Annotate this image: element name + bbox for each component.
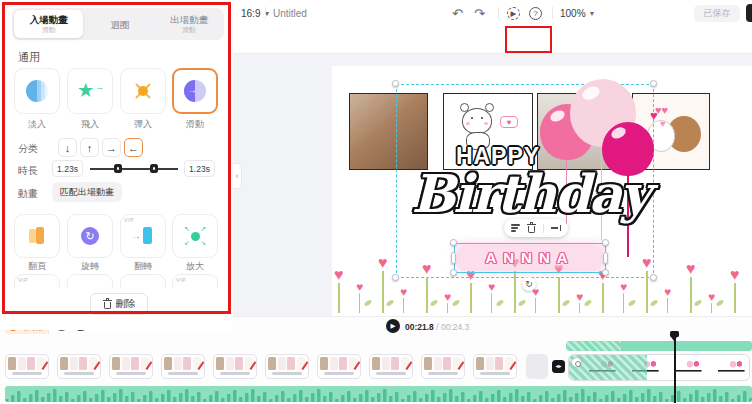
timeline-clip[interactable] [265, 354, 309, 379]
timeline-clip[interactable] [421, 354, 465, 379]
canvas[interactable]: ♥ ♥♥ ♥ ♥ HAPPY Birthday AN [332, 66, 752, 316]
animation-option-zoom[interactable]: ↖↗↙↘ [172, 214, 218, 258]
panel-footer: 刪除 [2, 288, 231, 330]
divider [552, 7, 553, 19]
fade-in-icon [26, 80, 48, 102]
timeline-clip[interactable] [473, 354, 517, 379]
clip-thumbnail [712, 358, 750, 379]
fly-in-icon: ★→ [78, 80, 102, 102]
text-element-track[interactable] [566, 341, 752, 351]
zoom-level-select[interactable]: 100%▼ [560, 0, 596, 26]
selection-handle[interactable] [650, 80, 657, 87]
heart-flower: ♥ [576, 291, 583, 313]
tab-enter-sub: 滑動 [42, 26, 56, 34]
timeline-clip[interactable] [109, 354, 153, 379]
heart-flower: ♥ [642, 255, 652, 313]
selection-handle[interactable] [450, 269, 457, 276]
project-title[interactable]: Untitled [273, 0, 307, 26]
chevron-down-icon: ▼ [589, 10, 596, 17]
help-button[interactable]: ? [529, 0, 542, 26]
layers-icon[interactable] [511, 222, 520, 233]
birthday-text[interactable]: Birthday [390, 163, 670, 224]
selection-side-handle[interactable] [603, 252, 608, 264]
play-button[interactable]: ▶ [386, 319, 400, 333]
direction-down-button[interactable]: ↓ [58, 138, 77, 157]
duration-slider-track[interactable] [90, 168, 178, 170]
slide-icon: → [184, 80, 206, 102]
direction-left-button-selected[interactable]: ← [124, 138, 143, 157]
selection-handle[interactable] [392, 274, 399, 281]
export-button-partial[interactable] [746, 4, 752, 22]
duration-label: 時長 [18, 164, 38, 178]
animation-panel: 入場動畫 滑動 迴圈 出場動畫 滑動 通用 ★→ → 淡入 飛入 彈入 滑動 [0, 0, 233, 330]
heart-flower: ♥ [532, 286, 539, 313]
timeline-clip[interactable] [317, 354, 361, 379]
duration-slider-handle-end[interactable] [150, 164, 158, 173]
selection-handle[interactable] [650, 274, 657, 281]
page-flip-icon [27, 227, 47, 245]
trash-icon[interactable] [527, 223, 536, 233]
panel-collapse-chevron[interactable]: ‹ [233, 163, 242, 189]
audio-waveform-track[interactable] [5, 386, 752, 402]
delete-label: 刪除 [116, 297, 136, 311]
selection-handle[interactable] [392, 80, 399, 87]
heart-flower: ♥ [488, 281, 495, 313]
animation-option-fly-in[interactable]: ★→ [67, 68, 113, 114]
duration-end-input[interactable]: 1.23s [184, 160, 215, 177]
duration-slider-handle-start[interactable] [114, 164, 122, 173]
timeline-clip-partial[interactable] [526, 354, 548, 379]
direction-right-button[interactable]: → [102, 138, 121, 157]
selection-handle[interactable] [602, 239, 609, 246]
category-label: 分类 [18, 142, 38, 156]
transition-button[interactable]: ◂▸ [552, 360, 565, 373]
tutorial-button[interactable]: ▶ [507, 0, 520, 26]
collapse-arrow-icon[interactable] [551, 224, 561, 232]
animation-option-flip[interactable]: VIP → [120, 214, 166, 258]
name-selection-box[interactable] [454, 243, 606, 273]
heart-flower: ♥ [664, 286, 671, 313]
selected-timeline-clip[interactable] [568, 354, 750, 381]
tab-exit-animation[interactable]: 出場動畫 滑動 [155, 8, 224, 40]
redo-button[interactable]: ↷ [474, 0, 485, 26]
flip-icon: → [132, 227, 154, 245]
duration-start-input[interactable]: 1.23s [52, 160, 83, 177]
heart-flower: ♥ [444, 291, 451, 313]
timeline-clip[interactable] [369, 354, 413, 379]
playhead[interactable] [674, 333, 676, 403]
tab-loop[interactable]: 迴圈 [85, 8, 154, 40]
undo-button[interactable]: ↶ [452, 0, 463, 26]
match-exit-animation-button[interactable]: 匹配出場動畫 [52, 182, 122, 202]
animation-option-rotate[interactable]: ↻ [67, 214, 113, 258]
direction-up-button[interactable]: ↑ [80, 138, 99, 157]
timeline-clip[interactable] [57, 354, 101, 379]
heart-flower: ♥ [400, 286, 407, 313]
selection-handle[interactable] [602, 269, 609, 276]
animation-option-fade-in[interactable] [14, 68, 60, 114]
divider [498, 7, 499, 19]
heart-flower: ♥ [334, 267, 344, 313]
selection-handle[interactable] [450, 239, 457, 246]
animation-option-label: 翻頁 [14, 260, 60, 273]
timeline-clip[interactable] [5, 354, 49, 379]
vip-badge: VIP [18, 277, 28, 283]
tab-enter-animation[interactable]: 入場動畫 滑動 [14, 10, 83, 38]
animation-option-slide-selected[interactable]: → [172, 68, 218, 114]
play-circle-icon: ▶ [507, 7, 520, 20]
delete-animation-button[interactable]: 刪除 [90, 293, 148, 315]
animation-option-page-flip[interactable] [14, 214, 60, 258]
timeline-clip[interactable] [161, 354, 205, 379]
help-icon: ? [529, 7, 542, 20]
rotate-icon: ↻ [81, 227, 99, 245]
rotate-handle[interactable]: ↻ [522, 277, 536, 291]
animation-option-bounce-in[interactable] [120, 68, 166, 114]
tab-exit-label: 出場動畫 [170, 14, 208, 25]
selection-side-handle[interactable] [451, 252, 456, 264]
format-toolbar: Montserrat▼ − 117 + A A B I Aa ⇕ 動畫 [233, 26, 752, 54]
timeline-clip[interactable] [213, 354, 257, 379]
animation-option-label: 淡入 [14, 118, 60, 131]
zoom-out-arrows-icon: ↖↗↙↘ [184, 225, 206, 247]
heart-flower: ♥ [378, 255, 388, 313]
tab-enter-label: 入場動畫 [30, 14, 68, 25]
app-root: 入場動畫 滑動 迴圈 出場動畫 滑動 通用 ★→ → 淡入 飛入 彈入 滑動 [0, 0, 752, 404]
clip-selection-overlay [569, 355, 647, 381]
